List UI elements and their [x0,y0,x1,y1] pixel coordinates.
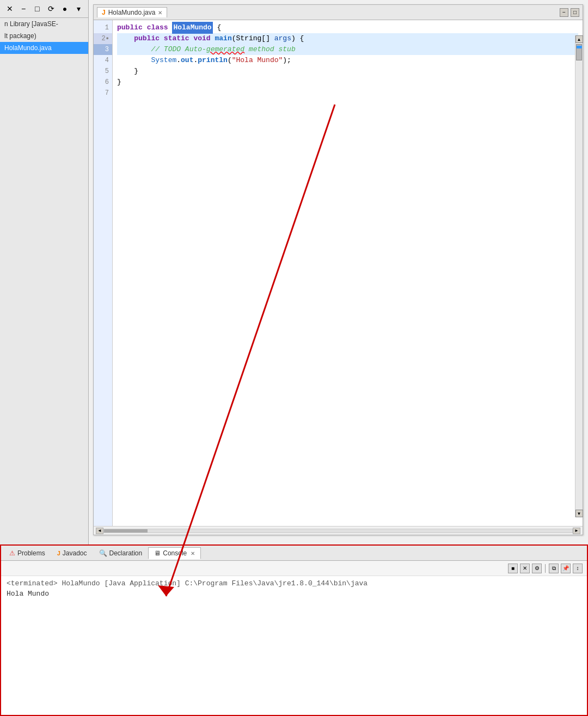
sidebar-item-library[interactable]: n Library [JavaSE- [0,18,88,30]
terminated-line: <terminated> HolaMundo [Java Application… [7,579,581,588]
line-numbers: 1 2● 3 4 5 6 7 [94,20,113,526]
hscroll-thumb[interactable] [104,529,148,533]
console-output: <terminated> HolaMundo [Java Application… [1,576,587,601]
code-line-4: System.out.println("Hola Mundo"); [117,55,578,66]
pin-button[interactable]: 📌 [561,564,571,573]
code-line-3: // TODO Auto-gemerated method stub [117,44,578,55]
tab-console[interactable]: 🖥 Console ✕ [148,547,201,559]
editor-titlebar-controls: − □ [560,8,579,17]
sidebar-toolbar: ✕ − □ ⟳ ● ▾ [0,0,88,18]
horizontal-scrollbar[interactable]: ◄ ► [94,526,583,535]
copy-button[interactable]: ⧉ [549,564,559,573]
settings-icon[interactable]: ● [59,3,70,14]
scroll-down-arrow[interactable]: ▼ [575,510,583,517]
stop-button[interactable]: ■ [508,564,518,573]
tab-console-close[interactable]: ✕ [191,550,195,556]
line-num-1: 1 [94,22,112,33]
sidebar-item-package[interactable]: lt package) [0,30,88,42]
bottom-panel: ⚠ Problems J Javadoc 🔍 Declaration 🖥 Con… [0,544,588,716]
sidebar-item-holamundo[interactable]: HolaMundo.java [0,42,88,54]
java-file-icon: J [102,9,106,16]
scroll-right-arrow[interactable]: ► [573,528,580,534]
tab-console-label: Console [163,549,187,557]
scroll-marker [577,46,582,48]
line-num-2: 2● [94,33,112,44]
javadoc-icon: J [57,550,60,556]
tab-javadoc-label: Javadoc [63,549,87,557]
panel-tabs: ⚠ Problems J Javadoc 🔍 Declaration 🖥 Con… [1,546,587,561]
toolbar-separator-1 [545,564,546,573]
code-line-6: } [117,77,578,88]
chevron-down-icon[interactable]: ▾ [74,3,84,14]
editor-tab-holamundo[interactable]: J HolaMundo.java ✕ [97,7,167,17]
terminated-label: <terminated> HolaMundo [Java Application… [7,579,367,588]
settings-console-button[interactable]: ⚙ [532,564,542,573]
console-icon: 🖥 [154,549,161,557]
tab-declaration-label: Declaration [109,549,143,557]
problems-icon: ⚠ [9,549,15,557]
declaration-icon: 🔍 [99,549,107,557]
console-output-text: Hola Mundo [7,590,581,598]
maximize-window-button[interactable]: □ [571,8,579,17]
line-num-6: 6 [94,77,112,88]
tab-problems-label: Problems [17,549,45,557]
code-line-5: } [117,66,578,77]
scroll-track[interactable] [575,43,583,510]
line-num-3: 3 [94,44,112,55]
code-line-2: public static void main(String[] args) { [117,33,578,44]
hscroll-track[interactable] [103,529,573,533]
maximize-icon[interactable]: □ [32,3,42,14]
minimize-window-button[interactable]: − [560,8,568,17]
scroll-up-arrow[interactable]: ▲ [575,35,583,43]
line-num-5: 5 [94,66,112,77]
vertical-scrollbar[interactable]: ▲ ▼ [575,35,583,517]
scroll-left-arrow[interactable]: ◄ [96,528,103,534]
code-editor[interactable]: public class HolaMundo { public static v… [113,20,583,526]
editor-window: J HolaMundo.java ✕ − □ 1 2● 3 4 5 6 7 [93,4,583,535]
scroll-lock-button[interactable]: ↕ [573,564,583,573]
editor-titlebar: J HolaMundo.java ✕ − □ [94,5,583,20]
tab-declaration[interactable]: 🔍 Declaration [93,547,149,559]
editor-tab-label: HolaMundo.java [108,9,156,16]
console-toolbar: ■ ✕ ⚙ ⧉ 📌 ↕ [1,561,587,576]
line-num-7: 7 [94,88,112,99]
tab-problems[interactable]: ⚠ Problems [3,547,51,559]
minimize-icon[interactable]: − [18,3,28,14]
tab-close-icon[interactable]: ✕ [158,10,162,16]
tab-javadoc[interactable]: J Javadoc [51,547,93,559]
refresh-icon[interactable]: ⟳ [46,3,56,14]
code-line-7 [117,88,578,99]
code-line-1: public class HolaMundo { [117,22,578,33]
close-console-button[interactable]: ✕ [520,564,530,573]
close-icon[interactable]: ✕ [4,3,15,14]
line-num-4: 4 [94,55,112,66]
